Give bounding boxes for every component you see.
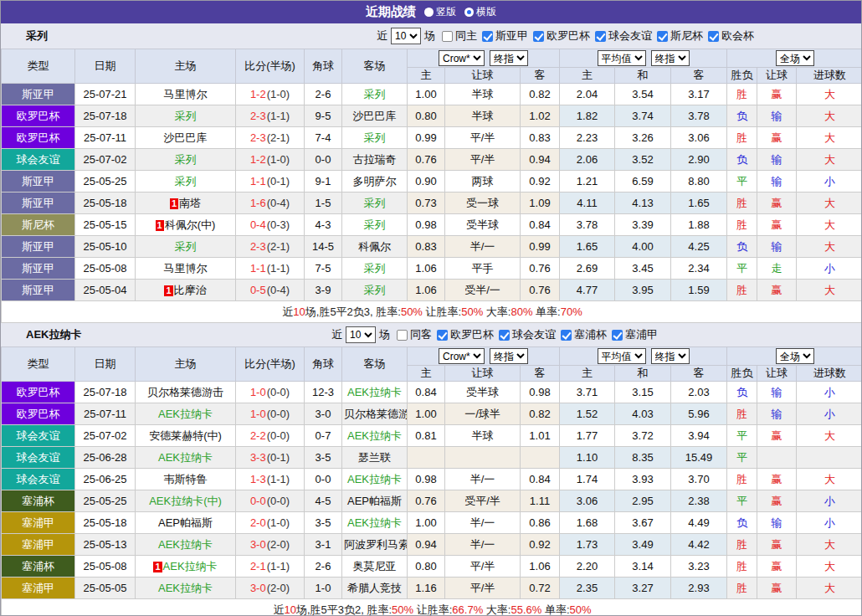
home-team: AEK拉纳卡 [136, 578, 236, 599]
home-team: 1科佩尔(中) [136, 214, 236, 236]
home-team-name: 贝尔格莱德游击 [147, 386, 223, 398]
odds-source-select[interactable]: Crow* [439, 50, 485, 66]
avg-time-select[interactable]: 终指 [651, 348, 690, 364]
league-checkbox[interactable] [612, 330, 623, 341]
match-date: 25-05-05 [75, 578, 136, 599]
col-header-type: 类型 [2, 49, 75, 84]
home-team-name: 采列 [175, 175, 197, 187]
fulltime-select[interactable]: 全场 [776, 348, 814, 364]
odds-away: 0.86 [521, 512, 560, 534]
odds-handicap: 半/一 [445, 512, 521, 534]
avg-away: 2.90 [671, 149, 727, 171]
odds-handicap: 平手 [445, 258, 521, 280]
result-handicap: 输 [757, 512, 797, 534]
home-team: 贝尔格莱德游击 [136, 382, 236, 403]
match-date: 25-07-02 [75, 425, 136, 447]
odds-time-select[interactable]: 终指 [490, 50, 528, 66]
result-outcome: 平 [727, 258, 757, 280]
halftime-score: (0-4) [267, 284, 290, 296]
result-outcome: 胜 [727, 534, 757, 556]
avg-source-select[interactable]: 平均值 [598, 348, 646, 364]
match-count-select[interactable]: 10 [391, 28, 421, 44]
league-checkbox[interactable] [561, 330, 572, 341]
team-name: 采列 [26, 28, 48, 44]
same-venue-checkbox[interactable] [442, 31, 453, 42]
odds-handicap: 受半/一 [445, 280, 521, 301]
summary-segment: 近 [273, 603, 284, 616]
odds-away: 0.72 [521, 578, 560, 599]
odds-header-group: Crow*终指 [408, 49, 560, 68]
result-outcome: 负 [727, 149, 757, 171]
home-team: 韦斯特鲁 [136, 469, 236, 490]
rank-badge: 1 [164, 285, 172, 296]
summary-segment: 70% [561, 305, 582, 318]
avg-home: 3.71 [560, 382, 615, 403]
odds-away: 1.06 [521, 556, 560, 578]
result-outcome: 负 [727, 382, 757, 403]
home-team-name: 科佩尔(中) [165, 218, 216, 231]
match-score: 3-0(2-0) [236, 534, 305, 556]
match-row: 球会友谊25-06-25韦斯特鲁1-3(1-1)0-0AEK拉纳卡0.98半/一… [2, 469, 862, 490]
radio-horizontal-icon[interactable] [464, 8, 474, 17]
league-badge: 斯亚甲 [2, 280, 75, 301]
result-goals [797, 447, 862, 469]
away-team: 瑟兰联 [342, 447, 408, 469]
match-row: 欧罗巴杯25-07-11AEK拉纳卡1-0(0-0)3-0贝尔格莱德游击1.00… [2, 403, 862, 425]
corner-score: 7-4 [305, 127, 342, 149]
col-header-outcome: 胜负 [727, 366, 757, 382]
result-outcome: 平 [727, 447, 757, 469]
result-outcome: 胜 [727, 578, 757, 599]
summary-segment: 50% [570, 603, 592, 616]
odds-time-select[interactable]: 终指 [490, 348, 528, 364]
league-checkbox[interactable] [499, 330, 510, 341]
avg-draw: 3.49 [615, 534, 671, 556]
section-header: 采列 近 10 场 同主 斯亚甲欧罗巴杯球会友谊斯尼杯欧会杯 [1, 23, 861, 49]
avg-away: 2.34 [671, 258, 727, 280]
result-handicap: 赢 [757, 214, 797, 236]
avg-source-select[interactable]: 平均值 [598, 50, 646, 66]
away-team: 奥莫尼亚 [342, 556, 408, 578]
col-header-avg-draw: 和 [615, 68, 671, 84]
fulltime-score: 1-3 [250, 473, 266, 485]
league-checkbox[interactable] [482, 31, 493, 42]
view-option-horizontal[interactable]: 横版 [464, 5, 496, 19]
view-option-vertical[interactable]: 竖版 [424, 5, 456, 19]
league-checkbox[interactable] [657, 31, 668, 42]
home-team-name: AEK拉纳卡 [163, 560, 218, 572]
summary-segment: 让胜率: [413, 603, 452, 616]
league-checkbox[interactable] [595, 31, 606, 42]
home-team-name: 韦斯特鲁 [164, 473, 208, 485]
league-checkbox[interactable] [437, 330, 448, 341]
fulltime-select[interactable]: 全场 [776, 50, 814, 66]
league-badge: 欧罗巴杯 [2, 127, 75, 149]
away-team-name: AEP帕福斯 [347, 495, 402, 507]
col-header-score: 比分(半场) [236, 347, 305, 382]
radio-vertical-icon[interactable] [424, 8, 434, 17]
avg-home: 4.11 [560, 192, 615, 214]
halftime-score: (1-0) [267, 516, 290, 529]
results-table: 类型 日期 主场 比分(半场) 角球 客场 Crow*终指 平均值终指 全场 [1, 346, 862, 616]
same-venue-label: 同主 [455, 28, 477, 44]
col-header-outcome: 胜负 [727, 68, 757, 84]
match-score: 1-0(0-0) [236, 403, 305, 425]
avg-away: 2.93 [671, 578, 727, 599]
match-count-select[interactable]: 10 [346, 326, 376, 343]
avg-away: 4.49 [671, 512, 727, 534]
corner-score: 0-7 [305, 425, 342, 447]
away-team: 希腊人竞技 [342, 578, 408, 599]
avg-away: 4.25 [671, 236, 727, 258]
fulltime-score: 2-1 [250, 560, 266, 572]
avg-away: 3.94 [671, 425, 727, 447]
fulltime-score: 2-3 [250, 110, 266, 122]
league-checkbox[interactable] [708, 31, 719, 42]
league-checkbox[interactable] [533, 31, 544, 42]
odds-source-select[interactable]: Crow* [439, 348, 485, 364]
avg-away: 2.38 [671, 490, 727, 512]
halftime-score: (1-1) [267, 262, 290, 275]
league-badge: 球会友谊 [2, 425, 75, 447]
halftime-score: (2-0) [267, 582, 290, 594]
same-venue-checkbox[interactable] [397, 330, 408, 341]
home-team: 1AEK拉纳卡 [136, 556, 236, 578]
league-filter-label: 塞浦甲 [625, 327, 658, 342]
avg-time-select[interactable]: 终指 [651, 50, 690, 66]
